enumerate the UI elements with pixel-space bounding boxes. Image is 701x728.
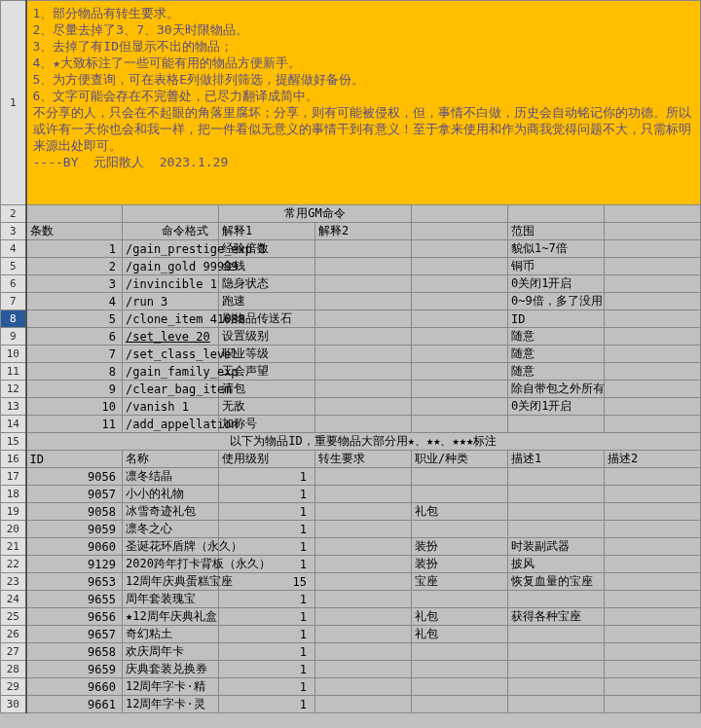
intro-note-cell[interactable]: 1、部分物品有转生要求。 2、尽量去掉了3、7、30天时限物品。 3、去掉了有I… [26,1,701,205]
cmd-interp1[interactable]: 加称号 [219,416,315,433]
item-id[interactable]: 9658 [26,643,123,661]
item-desc2[interactable] [605,591,701,608]
item-desc1[interactable]: 披风 [508,556,605,573]
item-name[interactable]: 凛冬之心 [123,521,219,538]
row-header[interactable]: 29 [1,678,26,696]
item-class[interactable]: 宝座 [412,573,508,591]
cmd-range[interactable]: 铜币 [508,258,605,275]
cmd-interp2[interactable] [315,275,412,293]
item-desc2[interactable] [605,608,701,626]
cell[interactable] [412,328,508,346]
item-desc1[interactable] [508,643,605,661]
item-class[interactable] [412,521,508,538]
item-desc2[interactable] [605,538,701,556]
row-header[interactable]: 21 [1,538,26,556]
item-rebirth[interactable] [315,643,412,661]
item-class[interactable] [412,468,508,486]
cmd-interp1[interactable]: 刷物品传送石 [219,310,315,328]
row-header[interactable]: 19 [1,503,26,521]
item-id[interactable]: 9660 [26,678,123,696]
row-header[interactable]: 30 [1,696,26,713]
item-id[interactable]: 9659 [26,661,123,678]
item-level[interactable]: 1 [219,503,315,521]
item-name[interactable]: 小小的礼物 [123,486,219,503]
cmd-interp2[interactable] [315,381,412,398]
col-header[interactable]: 职业/种类 [412,451,508,468]
cell[interactable] [412,223,508,240]
cell[interactable] [605,310,701,328]
col-header[interactable]: 转生要求 [315,451,412,468]
cmd-num[interactable]: 9 [26,381,123,398]
row-header[interactable]: 27 [1,643,26,661]
col-header[interactable]: ID [26,451,123,468]
cmd-interp1[interactable]: 无敌 [219,398,315,416]
item-level[interactable]: 1 [219,608,315,626]
cell[interactable] [412,275,508,293]
item-level[interactable]: 1 [219,468,315,486]
row-header[interactable]: 22 [1,556,26,573]
cmd-range[interactable]: 随意 [508,346,605,363]
item-rebirth[interactable] [315,538,412,556]
cmd-format[interactable]: /add_appellation [123,416,219,433]
row-header[interactable]: 12 [1,381,26,398]
item-desc1[interactable] [508,503,605,521]
cmd-format[interactable]: /gain_gold 99999 [123,258,219,275]
item-class[interactable] [412,591,508,608]
item-desc1[interactable] [508,678,605,696]
col-header[interactable]: 使用级别 [219,451,315,468]
cmd-num[interactable]: 11 [26,416,123,433]
item-level[interactable]: 1 [219,696,315,713]
item-rebirth[interactable] [315,503,412,521]
cmd-interp2[interactable] [315,416,412,433]
item-rebirth[interactable] [315,678,412,696]
row-header[interactable]: 2 [1,205,26,223]
row-header[interactable]: 7 [1,293,26,310]
item-desc1[interactable] [508,521,605,538]
cmd-num[interactable]: 6 [26,328,123,346]
row-header[interactable]: 3 [1,223,26,240]
cmd-interp1[interactable]: 设置级别 [219,328,315,346]
cell[interactable] [605,328,701,346]
item-desc1[interactable] [508,486,605,503]
item-class[interactable] [412,678,508,696]
item-level[interactable]: 1 [219,661,315,678]
item-desc2[interactable] [605,626,701,643]
item-name[interactable]: ★12周年庆典礼盒 [123,608,219,626]
item-class[interactable]: 装扮 [412,538,508,556]
row-header[interactable]: 5 [1,258,26,275]
item-desc2[interactable] [605,503,701,521]
row-header[interactable]: 16 [1,451,26,468]
item-name[interactable]: 2020跨年打卡背板（永久） [123,556,219,573]
cmd-interp1[interactable]: 工会声望 [219,363,315,381]
cmd-range[interactable]: 除自带包之外所有 [508,381,605,398]
item-rebirth[interactable] [315,468,412,486]
item-name[interactable]: 12周年字卡·灵 [123,696,219,713]
item-desc1[interactable] [508,591,605,608]
item-class[interactable]: 礼包 [412,608,508,626]
cmd-range[interactable]: 随意 [508,328,605,346]
item-rebirth[interactable] [315,573,412,591]
item-desc2[interactable] [605,661,701,678]
cmd-format[interactable]: /clear_bag_item [123,381,219,398]
item-name[interactable]: 12周年字卡·精 [123,678,219,696]
row-header[interactable]: 8 [1,310,26,328]
col-header[interactable]: 命令格式 [123,223,219,240]
cmd-range[interactable] [508,416,605,433]
item-id[interactable]: 9056 [26,468,123,486]
cmd-range[interactable]: 0关闭1开启 [508,275,605,293]
cmd-range[interactable]: 貌似1~7倍 [508,240,605,258]
item-level[interactable]: 15 [219,573,315,591]
row-header[interactable]: 24 [1,591,26,608]
item-class[interactable]: 礼包 [412,626,508,643]
col-header[interactable]: 描述2 [605,451,701,468]
item-desc2[interactable] [605,521,701,538]
col-header[interactable]: 条数 [26,223,123,240]
cmd-num[interactable]: 5 [26,310,123,328]
row-header[interactable]: 26 [1,626,26,643]
row-header[interactable]: 25 [1,608,26,626]
item-level[interactable]: 1 [219,643,315,661]
cell[interactable] [412,346,508,363]
cell[interactable] [412,293,508,310]
cmd-interp2[interactable] [315,293,412,310]
cmd-range[interactable]: ID [508,310,605,328]
